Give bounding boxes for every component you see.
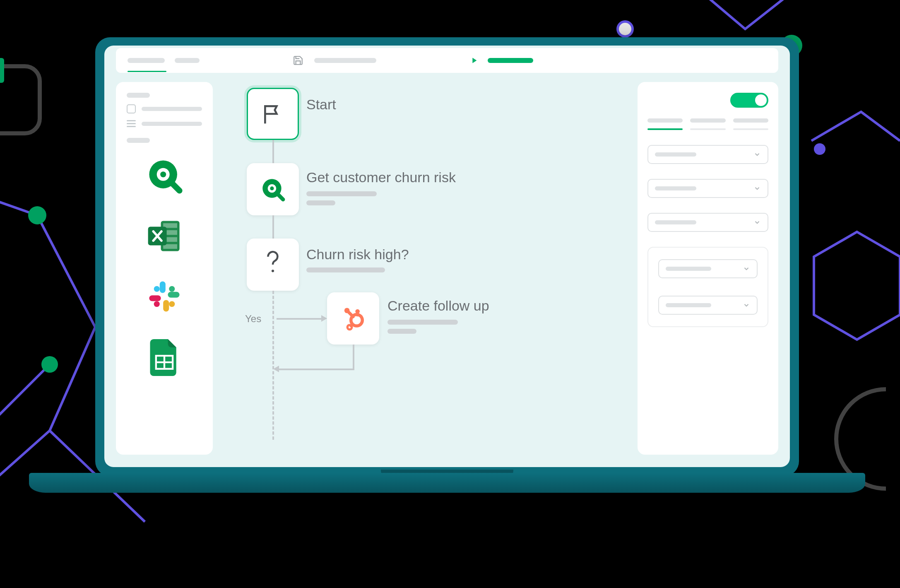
node-condition-sub xyxy=(306,267,385,272)
svg-marker-8 xyxy=(814,232,900,340)
sidebar-section-label xyxy=(127,138,150,143)
node-get-sub1 xyxy=(306,191,377,196)
svg-point-0 xyxy=(28,206,46,224)
flag-icon xyxy=(261,102,284,125)
node-start-label: Start xyxy=(306,97,336,112)
sidebar-view-list[interactable] xyxy=(127,120,202,127)
svg-point-22 xyxy=(154,286,160,292)
group-select-2[interactable] xyxy=(658,296,758,315)
branch-yes-label: Yes xyxy=(245,313,261,325)
save-icon[interactable] xyxy=(293,55,303,66)
node-start[interactable] xyxy=(247,88,299,140)
node-followup-sub2 xyxy=(387,329,416,334)
node-get-label: Get customer churn risk xyxy=(306,170,456,185)
svg-point-11 xyxy=(160,171,166,177)
group-select-1[interactable] xyxy=(658,259,758,278)
arrow-left-icon xyxy=(273,366,279,372)
enabled-toggle[interactable] xyxy=(730,93,768,108)
svg-point-30 xyxy=(272,270,274,272)
svg-point-1 xyxy=(41,356,58,373)
chevron-down-icon xyxy=(743,265,750,272)
laptop-frame: Start Get customer c xyxy=(95,37,799,476)
app-screen: Start Get customer c xyxy=(104,46,790,467)
connector xyxy=(277,318,321,320)
properties-tabs[interactable] xyxy=(647,118,768,123)
node-followup-label: Create follow up xyxy=(387,298,489,313)
connector-dashed xyxy=(272,291,274,440)
svg-rect-2 xyxy=(0,58,4,83)
property-select-1[interactable] xyxy=(647,145,768,164)
node-condition[interactable] xyxy=(247,239,299,291)
checkbox-icon xyxy=(127,104,136,113)
connector xyxy=(272,215,274,239)
node-get-sub2 xyxy=(306,200,335,205)
integration-slack[interactable] xyxy=(146,278,183,315)
sidebar-view-checkbox[interactable] xyxy=(127,104,202,113)
svg-point-23 xyxy=(169,286,175,292)
tab-secondary[interactable] xyxy=(175,58,200,63)
sidebar xyxy=(116,82,213,455)
list-icon xyxy=(127,120,136,127)
question-icon xyxy=(263,250,282,279)
connector xyxy=(353,345,354,369)
qlik-icon xyxy=(259,176,286,203)
run-placeholder xyxy=(488,58,533,63)
svg-point-7 xyxy=(814,143,825,155)
play-icon[interactable] xyxy=(469,56,479,65)
tab-active[interactable] xyxy=(128,58,165,63)
node-followup-sub1 xyxy=(387,320,458,325)
properties-panel xyxy=(638,82,778,455)
svg-rect-18 xyxy=(160,281,166,293)
svg-point-29 xyxy=(270,186,274,190)
svg-rect-19 xyxy=(168,292,179,298)
property-group xyxy=(647,247,768,327)
connector xyxy=(278,369,354,370)
integration-excel[interactable] xyxy=(146,217,183,255)
connector xyxy=(272,140,274,163)
hubspot-icon xyxy=(339,304,367,333)
property-select-2[interactable] xyxy=(647,179,768,198)
integration-qlik[interactable] xyxy=(146,157,183,194)
top-bar xyxy=(116,48,778,73)
sidebar-heading xyxy=(127,93,150,98)
property-select-3[interactable] xyxy=(647,213,768,232)
svg-rect-20 xyxy=(163,300,169,311)
svg-point-3 xyxy=(618,22,633,36)
chevron-down-icon xyxy=(753,185,761,192)
svg-point-24 xyxy=(169,301,175,307)
node-create-follow-up[interactable] xyxy=(327,292,379,345)
svg-rect-21 xyxy=(149,295,161,301)
toolbar-placeholder xyxy=(314,58,376,63)
node-get-churn-risk[interactable] xyxy=(247,163,299,215)
chevron-down-icon xyxy=(753,151,761,158)
chevron-down-icon xyxy=(753,219,761,226)
chevron-down-icon xyxy=(743,301,750,309)
arrow-right-icon xyxy=(321,315,327,322)
svg-point-25 xyxy=(154,301,160,307)
integration-google-sheets[interactable] xyxy=(146,338,183,376)
workflow-canvas[interactable]: Start Get customer c xyxy=(223,82,628,455)
node-condition-label: Churn risk high? xyxy=(306,247,409,262)
